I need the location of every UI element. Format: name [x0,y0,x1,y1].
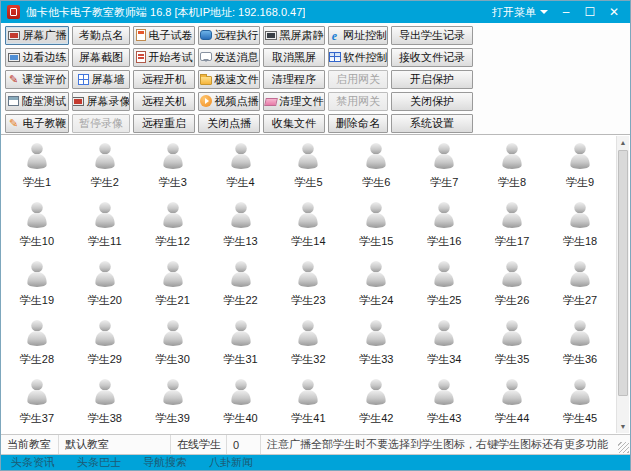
student-item[interactable]: 学生39 [139,377,207,432]
student-item[interactable]: 学生17 [478,200,546,259]
software-control-button[interactable]: 软件控制 [328,48,388,67]
pencil-orange-icon [8,117,20,129]
table-blue-icon [329,52,341,62]
student-item[interactable]: 学生6 [342,141,410,200]
disable-gateway-button[interactable]: 禁用网关 [328,92,388,111]
student-item[interactable]: 学生18 [546,200,614,259]
student-item[interactable]: 学生3 [139,141,207,200]
collect-files-button[interactable]: 收集文件 [263,114,325,133]
system-settings-button[interactable]: 系统设置 [391,114,473,133]
student-item[interactable]: 学生29 [71,318,139,377]
remote-boot-button[interactable]: 远程开机 [133,70,195,89]
close-button[interactable]: ✕ [604,3,624,21]
open-menu-button[interactable]: 打开菜单 [488,5,552,20]
export-student-records-button[interactable]: 导出学生记录 [391,26,473,45]
student-item[interactable]: 学生33 [342,318,410,377]
student-item[interactable]: 学生32 [275,318,343,377]
student-item[interactable]: 学生31 [207,318,275,377]
student-item[interactable]: 学生41 [275,377,343,432]
student-item[interactable]: 学生7 [410,141,478,200]
watch-and-practice-button[interactable]: 边看边练 [5,48,69,67]
toolbar-button-label: 关闭点播 [207,116,251,131]
student-item[interactable]: 学生14 [275,200,343,259]
student-item[interactable]: 学生20 [71,259,139,318]
student-item[interactable]: 学生26 [478,259,546,318]
student-item[interactable]: 学生45 [546,377,614,432]
student-item[interactable]: 学生34 [410,318,478,377]
student-item[interactable]: 学生16 [410,200,478,259]
speed-file-button[interactable]: 极速文件 [198,70,260,89]
screen-broadcast-button[interactable]: 屏幕广播 [5,26,69,45]
quiz-button[interactable]: 随堂测试 [5,92,69,111]
student-item[interactable]: 学生28 [3,318,71,377]
student-item[interactable]: 学生37 [3,377,71,432]
student-item[interactable]: 学生42 [342,377,410,432]
bottombar-link-search[interactable]: 导航搜索 [143,455,187,470]
student-icon [497,200,527,233]
student-item[interactable]: 学生21 [139,259,207,318]
video-on-demand-button[interactable]: 视频点播 [198,92,260,111]
minimize-button[interactable]: – [556,3,576,21]
student-label: 学生44 [495,411,529,426]
pause-recording-button[interactable]: 暂停录像 [72,114,130,133]
student-item[interactable]: 学生12 [139,200,207,259]
remote-restart-button[interactable]: 远程重启 [133,114,195,133]
class-evaluation-button[interactable]: 课堂评价 [5,70,69,89]
screenshot-button[interactable]: 屏幕截图 [72,48,130,67]
student-item[interactable]: 学生36 [546,318,614,377]
student-item[interactable]: 学生19 [3,259,71,318]
student-item[interactable]: 学生9 [546,141,614,200]
student-item[interactable]: 学生2 [71,141,139,200]
scroll-down-icon[interactable]: ▼ [617,420,629,433]
remote-shutdown-button[interactable]: 远程关机 [133,92,195,111]
screen-record-button[interactable]: 屏幕录像 [72,92,130,111]
bottombar-link-bus[interactable]: 头条巴士 [77,455,121,470]
student-icon [90,200,120,233]
start-exam-button[interactable]: 开始考试 [133,48,195,67]
vertical-scrollbar[interactable]: ▲ ▼ [616,136,629,433]
student-item[interactable]: 学生38 [71,377,139,432]
enable-protection-button[interactable]: 开启保护 [391,70,473,89]
maximize-button[interactable]: ☐ [580,3,600,21]
student-item[interactable]: 学生30 [139,318,207,377]
student-item[interactable]: 学生35 [478,318,546,377]
send-message-button[interactable]: 发送消息 [198,48,260,67]
student-item[interactable]: 学生11 [71,200,139,259]
student-item[interactable]: 学生44 [478,377,546,432]
clean-programs-button[interactable]: 清理程序 [263,70,325,89]
e-pointer-button[interactable]: 电子教鞭 [5,114,69,133]
enable-gateway-button[interactable]: 启用网关 [328,70,388,89]
remote-execute-button[interactable]: 远程执行 [198,26,260,45]
student-item[interactable]: 学生43 [410,377,478,432]
student-item[interactable]: 学生4 [207,141,275,200]
receive-file-records-button[interactable]: 接收文件记录 [391,48,473,67]
black-screen-silence-button[interactable]: 黑屏肃静 [263,26,325,45]
student-item[interactable]: 学生27 [546,259,614,318]
student-item[interactable]: 学生25 [410,259,478,318]
student-item[interactable]: 学生13 [207,200,275,259]
student-item[interactable]: 学生15 [342,200,410,259]
student-icon [90,141,120,174]
close-vod-button[interactable]: 关闭点播 [198,114,260,133]
url-control-button[interactable]: 网址控制 [328,26,388,45]
student-item[interactable]: 学生1 [3,141,71,200]
resize-grip[interactable] [618,442,629,453]
scrollbar-thumb[interactable] [618,150,628,396]
bottombar-link-gossip[interactable]: 八卦新闻 [209,455,253,470]
e-test-paper-button[interactable]: 电子试卷 [133,26,195,45]
student-item[interactable]: 学生24 [342,259,410,318]
student-item[interactable]: 学生10 [3,200,71,259]
student-item[interactable]: 学生40 [207,377,275,432]
close-protection-button[interactable]: 关闭保护 [391,92,473,111]
student-item[interactable]: 学生23 [275,259,343,318]
screen-wall-button[interactable]: 屏幕墙 [72,70,130,89]
scroll-up-icon[interactable]: ▲ [617,136,629,149]
student-item[interactable]: 学生5 [275,141,343,200]
cancel-black-screen-button[interactable]: 取消黑屏 [263,48,325,67]
bottombar-link-news[interactable]: 头条资讯 [11,455,55,470]
student-item[interactable]: 学生22 [207,259,275,318]
attendance-rollcall-button[interactable]: 考勤点名 [72,26,130,45]
clean-files-button[interactable]: 清理文件 [263,92,325,111]
student-item[interactable]: 学生8 [478,141,546,200]
delete-naming-button[interactable]: 删除命名 [328,114,388,133]
